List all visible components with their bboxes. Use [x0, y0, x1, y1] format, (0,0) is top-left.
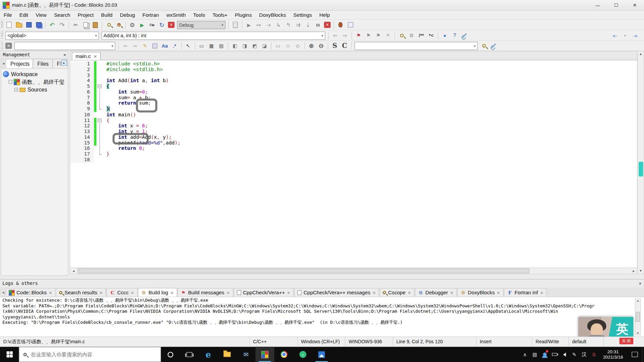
taskbar-app-photos[interactable] [312, 347, 331, 362]
wx-align-left-icon[interactable]: ◧ [230, 42, 239, 50]
log-tab-cccc[interactable]: CCccc✕ [107, 288, 138, 297]
log-tab-close-icon[interactable]: ✕ [540, 290, 543, 295]
next-instruction-icon[interactable]: ⇉ [294, 21, 303, 29]
match-case-icon[interactable]: Aa [160, 42, 169, 50]
paste-icon[interactable] [91, 21, 100, 29]
run-icon[interactable]: ▶ [138, 21, 147, 29]
log-tab-close-icon[interactable]: ✕ [287, 290, 290, 295]
log-tab-debugger[interactable]: ⚙Debugger✕ [415, 288, 457, 297]
maximize-button[interactable]: ☐ [607, 0, 626, 10]
incsearch-close-icon[interactable]: ✕ [5, 43, 12, 49]
log-tab-close-icon[interactable]: ✕ [226, 290, 230, 295]
highlight-occurrences-icon[interactable]: ● [440, 32, 449, 40]
scroll-right-icon[interactable]: ▸ [631, 269, 637, 273]
next-line-icon[interactable]: ⇢ [264, 21, 273, 29]
tab-scroll-left-icon[interactable]: ◂ [1, 59, 6, 68]
incsearch-input[interactable]: ▾ [14, 42, 115, 50]
log-scroll-down-icon[interactable]: ▼ [636, 331, 639, 335]
menu-build[interactable]: Build [97, 10, 116, 19]
zoom-out-icon[interactable]: ⊖ [317, 42, 326, 50]
scroll-up-icon[interactable]: ▲ [638, 51, 644, 57]
log-vscrollbar[interactable]: ▲ ▼ [635, 298, 641, 335]
copy-icon[interactable] [81, 21, 90, 29]
log-tab-cppcheck-vera-[interactable]: CppCheck/Vera++✕ [233, 288, 293, 297]
cortana-button[interactable] [161, 347, 180, 362]
undo-icon[interactable]: ↶ [48, 21, 57, 29]
incsearch-prev-icon[interactable]: ⇦ [121, 42, 130, 50]
show-desktop-button[interactable] [642, 347, 644, 362]
editor-tab-main-c[interactable]: main.c ✕ [72, 52, 101, 60]
scroll-left-icon[interactable]: ◂ [70, 269, 77, 273]
start-button[interactable] [0, 347, 19, 362]
wx-align-bottom-icon[interactable]: ◪ [260, 42, 269, 50]
wx-border-b-icon[interactable]: ◇ [283, 42, 292, 50]
prev-bookmark-icon[interactable]: ⚑ [364, 32, 373, 40]
incsearch-next-icon[interactable]: ⇨ [130, 42, 140, 50]
tray-tray-pen[interactable]: ✎ [569, 347, 579, 362]
fold-margin[interactable]: − [97, 84, 103, 89]
code-statistics-icon[interactable]: ⚙ [407, 32, 416, 40]
vscroll-thumb[interactable] [639, 162, 643, 176]
tab-scroll-right-icon[interactable]: ▸ [61, 60, 67, 66]
search-input[interactable] [30, 351, 156, 358]
help-icon[interactable]: ? [450, 32, 459, 40]
scroll-down-icon[interactable]: ▼ [638, 268, 644, 274]
next-bookmark-icon[interactable]: ⚑ [374, 32, 383, 40]
tool-search-input[interactable]: ▾ [355, 42, 478, 50]
menu-plugins[interactable]: Plugins [231, 10, 255, 19]
menu-project[interactable]: Project [74, 10, 98, 19]
log-tab-close-icon[interactable]: ✕ [408, 290, 411, 295]
tray-hidden-icons[interactable]: ∧ [520, 347, 530, 362]
zoom-in-icon[interactable]: ⊕ [307, 42, 316, 50]
menu-debug[interactable]: Debug [116, 10, 139, 19]
tab-close-icon[interactable]: ✕ [94, 54, 97, 58]
tree-item-workspace[interactable]: Workspace [2, 70, 67, 78]
show-logs-icon[interactable] [231, 21, 240, 29]
redo-icon[interactable]: ↷ [57, 21, 66, 29]
scope-select[interactable]: <global>▾ [5, 32, 99, 40]
menu-wxsmith[interactable]: wxSmith [163, 10, 190, 19]
menu-help[interactable]: Help [316, 10, 334, 19]
wx-border-a-icon[interactable]: ▭ [274, 42, 283, 50]
taskbar-app-edge[interactable]: e [199, 347, 218, 362]
goto-back-icon[interactable]: ⇦ [331, 32, 340, 40]
log-tab-fortran-inf[interactable]: FFortran inf✕ [504, 288, 547, 297]
log-scroll-up-icon[interactable]: ▲ [636, 299, 639, 302]
jump-marker-icon[interactable]: ● [621, 32, 630, 40]
log-tab-close-icon[interactable]: ✕ [49, 290, 52, 295]
regex-icon[interactable]: .* [170, 42, 179, 50]
save-all-icon[interactable] [34, 21, 43, 29]
save-icon[interactable] [24, 21, 33, 29]
debug-continue-icon[interactable]: ▶ [245, 21, 254, 29]
search-files-icon[interactable] [479, 42, 488, 50]
tree-item-sources[interactable]: +Sources [2, 86, 67, 94]
log-tab-close-icon[interactable]: ✕ [372, 290, 376, 295]
tree-item-project[interactable]: -函数、、易烊千玺 [2, 78, 67, 86]
menu-edit[interactable]: Edit [16, 10, 32, 19]
open-file-icon[interactable] [14, 21, 23, 29]
abort-build-icon[interactable]: ✕ [168, 22, 175, 28]
fold-margin[interactable]: − [97, 118, 103, 123]
taskbar-app-file-explorer[interactable] [218, 347, 236, 362]
wx-align-right-icon[interactable]: ◩ [250, 42, 259, 50]
log-tab-build-messages[interactable]: ⚑Build messages✕ [177, 288, 233, 297]
configure-tools-icon[interactable] [489, 42, 498, 50]
ime-toolbar[interactable]: 英·图 [620, 338, 634, 345]
tray-ime-mode[interactable]: 汉 [579, 347, 589, 362]
log-tab-code-blocks[interactable]: Code::Blocks✕ [6, 288, 55, 297]
rebuild-icon[interactable]: ↻ [157, 21, 166, 29]
log-tab-search-results[interactable]: Search results✕ [56, 288, 106, 297]
find-icon[interactable] [104, 21, 113, 29]
doc-comment-icon[interactable]: /** [417, 32, 426, 40]
fold-collapse-icon[interactable]: − [98, 84, 101, 88]
symbols-s-icon[interactable]: S [330, 42, 339, 50]
menu-fortran[interactable]: Fortran [139, 10, 163, 19]
log-tab-close-icon[interactable]: ✕ [450, 290, 453, 295]
new-file-icon[interactable] [4, 21, 13, 29]
expander-icon[interactable]: + [14, 88, 18, 92]
various-info-icon[interactable] [346, 21, 355, 29]
action-center-button[interactable] [627, 347, 642, 362]
log-tab-cscope[interactable]: Cscope✕ [379, 288, 414, 297]
expander-icon[interactable]: - [9, 80, 12, 84]
hscroll-thumb[interactable] [77, 268, 529, 274]
